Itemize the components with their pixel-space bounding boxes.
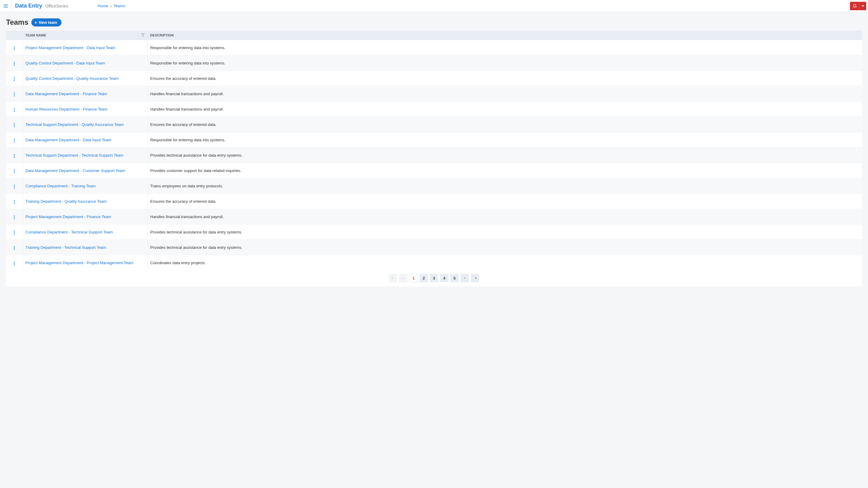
row-description-cell: Responsible for entering data into syste… [148, 132, 862, 148]
row-actions-cell [6, 163, 23, 178]
team-link[interactable]: Human Resources Department - Finance Tea… [26, 107, 107, 111]
team-link[interactable]: Project Management Department - Project … [26, 261, 133, 265]
row-menu[interactable] [11, 168, 17, 174]
col-name[interactable]: TEAM NAME [23, 31, 148, 40]
breadcrumb-home[interactable]: Home [98, 4, 108, 8]
filter-icon[interactable] [141, 33, 145, 37]
page-5[interactable]: 5 [450, 274, 459, 282]
team-link[interactable]: Project Management Department - Data Inp… [26, 45, 116, 50]
row-menu[interactable] [11, 230, 17, 236]
row-name-cell: Training Department - Technical Support … [23, 240, 148, 255]
team-link[interactable]: Quality Control Department - Quality Ass… [26, 76, 119, 81]
team-link[interactable]: Compliance Department - Training Team [26, 184, 96, 188]
row-actions-cell [6, 132, 23, 148]
table-row: Project Management Department - Project … [6, 255, 862, 270]
team-link[interactable]: Technical Support Department - Quality A… [26, 122, 124, 127]
row-description-cell: Handles financial transactions and payro… [148, 86, 862, 101]
page-first [389, 274, 397, 282]
table-row: Human Resources Department - Finance Tea… [6, 101, 862, 117]
row-menu[interactable] [11, 153, 17, 159]
row-menu[interactable] [11, 214, 17, 221]
table-row: Compliance Department - Technical Suppor… [6, 224, 862, 240]
row-name-cell: Project Management Department - Finance … [23, 209, 148, 224]
row-description-cell: Provides technical assistance for data e… [148, 240, 862, 255]
row-actions-cell [6, 148, 23, 163]
user-menu-dropdown[interactable] [859, 2, 866, 10]
row-description-cell: Responsible for entering data into syste… [148, 40, 862, 56]
header-right [850, 0, 868, 12]
row-name-cell: Technical Support Department - Technical… [23, 148, 148, 163]
row-actions-cell [6, 40, 23, 56]
notifications-button[interactable] [850, 2, 859, 10]
row-description-cell: Ensures the accuracy of entered data. [148, 194, 862, 209]
row-menu[interactable] [11, 91, 17, 98]
page-4[interactable]: 4 [440, 274, 448, 282]
row-name-cell: Training Department - Quality Assurance … [23, 194, 148, 209]
table-row: Compliance Department - Training Team Tr… [6, 178, 862, 194]
table-row: Technical Support Department - Quality A… [6, 117, 862, 132]
table-row: Technical Support Department - Technical… [6, 148, 862, 163]
row-menu[interactable] [11, 137, 17, 144]
top-header: Data Entry OfficeSeries Home » Teams [0, 0, 868, 12]
row-name-cell: Human Resources Department - Finance Tea… [23, 101, 148, 117]
col-name-label: TEAM NAME [25, 33, 46, 37]
chevron-left-icon [401, 276, 405, 280]
team-link[interactable]: Data Management Department - Finance Tea… [26, 92, 107, 96]
caret-down-icon [862, 5, 864, 7]
row-menu[interactable] [11, 122, 17, 128]
page-1[interactable]: 1 [409, 274, 418, 282]
new-team-button[interactable]: + New team [31, 19, 61, 27]
row-actions-cell [6, 71, 23, 86]
team-link[interactable]: Project Management Department - Finance … [26, 215, 111, 219]
team-link[interactable]: Technical Support Department - Technical… [26, 153, 124, 158]
team-link[interactable]: Compliance Department - Technical Suppor… [26, 230, 113, 234]
breadcrumb-current[interactable]: Teams [114, 4, 125, 8]
row-actions-cell [6, 178, 23, 194]
page-2[interactable]: 2 [420, 274, 428, 282]
brand-main: Data Entry [15, 3, 42, 9]
team-link[interactable]: Data Management Department - Customer Su… [26, 168, 125, 173]
table-row: Project Management Department - Data Inp… [6, 40, 862, 56]
table-row: Project Management Department - Finance … [6, 209, 862, 224]
page-last[interactable] [471, 274, 479, 282]
teams-table: TEAM NAME DESCRIPTION Project Management… [6, 31, 862, 270]
row-description-cell: Trains employees on data entry protocols… [148, 178, 862, 194]
row-menu[interactable] [11, 107, 17, 113]
page-next[interactable] [461, 274, 469, 282]
table-row: Quality Control Department - Quality Ass… [6, 71, 862, 86]
row-description-cell: Ensures the accuracy of entered data. [148, 71, 862, 86]
page-title: Teams [6, 18, 28, 27]
row-description-cell: Handles financial transactions and payro… [148, 101, 862, 117]
page-3[interactable]: 3 [430, 274, 438, 282]
hamburger-icon [3, 3, 8, 9]
row-actions-cell [6, 224, 23, 240]
team-link[interactable]: Training Department - Quality Assurance … [26, 199, 107, 204]
col-description[interactable]: DESCRIPTION [148, 31, 862, 40]
row-actions-cell [6, 255, 23, 270]
row-menu[interactable] [11, 76, 17, 82]
row-menu[interactable] [11, 245, 17, 251]
team-link[interactable]: Training Department - Technical Support … [26, 245, 106, 250]
row-menu[interactable] [11, 45, 17, 52]
brand: Data Entry OfficeSeries [11, 3, 72, 9]
menu-toggle[interactable] [0, 0, 11, 12]
team-link[interactable]: Quality Control Department - Data Input … [26, 61, 105, 65]
row-menu[interactable] [11, 199, 17, 205]
team-link[interactable]: Data Management Department - Data Input … [26, 138, 112, 142]
row-menu[interactable] [11, 184, 17, 190]
row-menu[interactable] [11, 260, 17, 267]
row-actions-cell [6, 56, 23, 71]
plus-icon: + [34, 20, 37, 25]
table-row: Data Management Department - Finance Tea… [6, 86, 862, 101]
row-description-cell: Coordinates data entry projects. [148, 255, 862, 270]
table-row: Data Management Department - Customer Su… [6, 163, 862, 178]
brand-sub: OfficeSeries [45, 4, 68, 8]
row-name-cell: Quality Control Department - Quality Ass… [23, 71, 148, 86]
row-menu[interactable] [11, 61, 17, 67]
row-name-cell: Compliance Department - Training Team [23, 178, 148, 194]
row-name-cell: Project Management Department - Project … [23, 255, 148, 270]
row-name-cell: Quality Control Department - Data Input … [23, 56, 148, 71]
row-description-cell: Handles financial transactions and payro… [148, 209, 862, 224]
row-actions-cell [6, 240, 23, 255]
row-description-cell: Provides customer support for data-relat… [148, 163, 862, 178]
